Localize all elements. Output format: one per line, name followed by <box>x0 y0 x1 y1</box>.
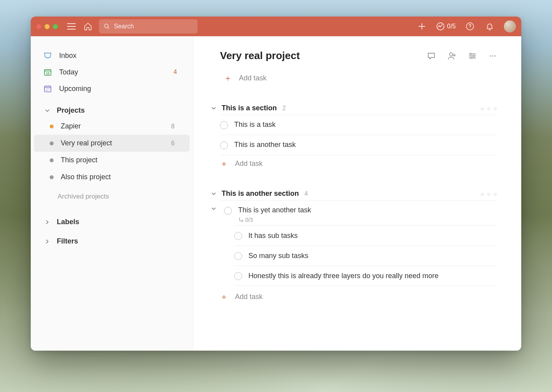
quick-add-button[interactable] <box>416 21 427 32</box>
notifications-button[interactable] <box>484 21 495 32</box>
menu-toggle-button[interactable] <box>66 21 77 32</box>
sidebar-item-inbox[interactable]: Inbox <box>31 47 193 64</box>
project-count: 8 <box>171 123 175 130</box>
plus-icon: ＋ <box>220 158 228 169</box>
close-window-button[interactable] <box>36 24 41 29</box>
filters-section[interactable]: Filters <box>31 232 193 251</box>
subtask-row[interactable]: Honestly this is already three layers do… <box>234 266 498 286</box>
home-button[interactable] <box>82 21 93 32</box>
section-collapse-button[interactable] <box>210 191 218 197</box>
projects-header[interactable]: Projects <box>31 97 193 118</box>
project-color-dot <box>50 175 54 179</box>
task-checkbox[interactable] <box>220 141 228 149</box>
minimize-window-button[interactable] <box>45 24 50 29</box>
project-color-dot <box>50 141 54 145</box>
subtask-progress: 0/3 <box>245 217 253 223</box>
view-options-button[interactable] <box>468 51 477 61</box>
add-task-section[interactable]: ＋ Add task <box>220 288 498 305</box>
sidebar-item-upcoming[interactable]: Upcoming <box>31 80 193 97</box>
comments-button[interactable] <box>427 51 436 61</box>
chevron-down-icon <box>211 106 216 111</box>
window-controls <box>36 24 58 29</box>
help-icon <box>466 22 474 31</box>
subtask-row[interactable]: It has sub tasks <box>234 225 498 246</box>
svg-point-7 <box>470 53 472 55</box>
labels-section[interactable]: Labels <box>31 212 193 232</box>
task-checkbox[interactable] <box>234 252 242 260</box>
project-name: Also this project <box>61 173 111 181</box>
add-task-section[interactable]: ＋ Add task <box>220 155 498 172</box>
svg-point-8 <box>473 55 475 57</box>
upcoming-label: Upcoming <box>59 85 91 93</box>
user-avatar[interactable] <box>504 20 516 32</box>
projects-header-label: Projects <box>57 106 85 115</box>
section-more-button[interactable]: ○ ○ ○ <box>481 191 498 197</box>
task-expand-button[interactable] <box>210 206 218 212</box>
task-checkbox[interactable] <box>234 272 242 280</box>
subtask-label: Honestly this is already three layers do… <box>248 272 438 280</box>
more-options-button[interactable] <box>488 51 498 61</box>
chevron-down-icon <box>211 191 216 197</box>
section-header: This is a section 2 ○ ○ ○ <box>220 104 498 115</box>
task-checkbox[interactable] <box>220 121 228 129</box>
svg-text:12: 12 <box>46 72 50 75</box>
main-content: Very real project ＋ <box>193 36 521 351</box>
chevron-down-icon <box>211 206 216 212</box>
add-task-label: Add task <box>235 293 263 301</box>
task-row[interactable]: This is yet another task 0/3 <box>220 200 498 225</box>
task-row[interactable]: This is a task <box>220 115 498 135</box>
main-header: Very real project <box>220 50 498 62</box>
productivity-count: 0/5 <box>447 23 456 30</box>
share-button[interactable] <box>447 51 457 61</box>
project-color-dot <box>50 124 54 128</box>
project-color-dot <box>50 158 54 162</box>
sidebar: Inbox 12 Today 4 Upcoming Projects <box>31 36 193 351</box>
section-more-button[interactable]: ○ ○ ○ <box>481 105 498 111</box>
person-plus-icon <box>447 51 457 61</box>
add-task-top[interactable]: ＋ Add task <box>220 70 498 87</box>
svg-point-13 <box>239 218 240 219</box>
help-button[interactable] <box>464 21 476 32</box>
plus-icon <box>418 22 426 31</box>
section-title: This is another section <box>222 189 299 198</box>
plus-icon: ＋ <box>224 73 232 84</box>
productivity-icon <box>436 22 445 31</box>
section-collapse-button[interactable] <box>210 106 218 111</box>
today-icon: 12 <box>43 68 52 76</box>
filters-label: Filters <box>57 237 78 245</box>
project-item-very-real-project[interactable]: Very real project 6 <box>34 135 190 152</box>
svg-point-12 <box>494 55 496 56</box>
search-box[interactable] <box>99 19 198 33</box>
task-section: This is another section 4 ○ ○ ○ This is … <box>220 189 498 305</box>
search-input[interactable] <box>114 23 193 30</box>
project-title: Very real project <box>220 50 300 62</box>
svg-point-14 <box>242 220 243 221</box>
search-icon <box>104 23 110 30</box>
bell-icon <box>485 22 494 31</box>
svg-point-11 <box>492 55 493 56</box>
app-window: 0/5 Inbox 12 Today <box>31 17 521 351</box>
project-item-also-this-project[interactable]: Also this project <box>34 169 190 186</box>
comment-icon <box>427 51 436 61</box>
section-header: This is another section 4 ○ ○ ○ <box>220 189 498 200</box>
project-count: 6 <box>171 140 175 147</box>
zoom-window-button[interactable] <box>53 24 58 29</box>
app-body: Inbox 12 Today 4 Upcoming Projects <box>31 36 521 351</box>
sidebar-item-today[interactable]: 12 Today 4 <box>31 64 193 80</box>
project-item-this-project[interactable]: This project <box>34 152 190 169</box>
chevron-right-icon <box>43 238 51 245</box>
section-title: This is a section <box>222 104 277 112</box>
svg-point-9 <box>471 57 472 59</box>
section-count: 4 <box>304 190 308 197</box>
productivity-button[interactable]: 0/5 <box>436 22 456 31</box>
today-label: Today <box>59 68 78 76</box>
project-item-zapier[interactable]: Zapier 8 <box>34 118 190 135</box>
task-checkbox[interactable] <box>234 232 242 240</box>
project-name: Zapier <box>61 122 81 130</box>
subtask-row[interactable]: So many sub tasks <box>234 246 498 266</box>
task-checkbox[interactable] <box>224 207 232 215</box>
archived-projects-link[interactable]: Archived projects <box>31 186 193 201</box>
plus-icon: ＋ <box>220 292 228 302</box>
task-row[interactable]: This is another task <box>220 135 498 155</box>
svg-point-10 <box>490 55 491 56</box>
